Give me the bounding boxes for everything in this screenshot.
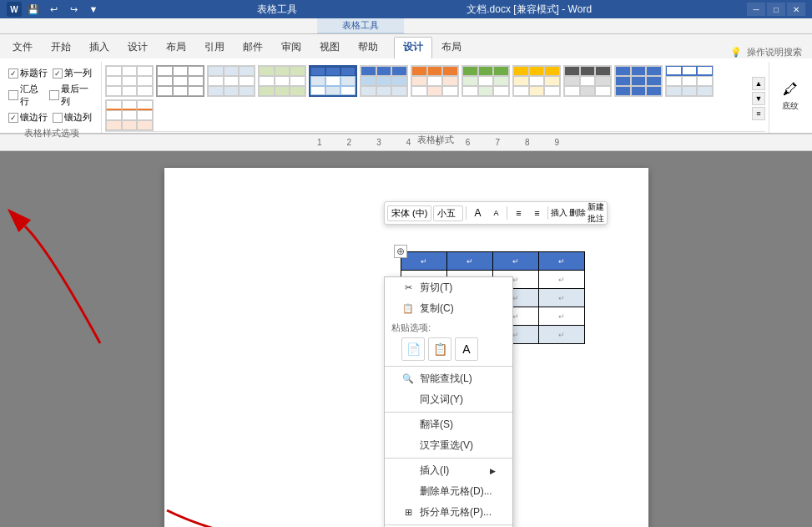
mini-font-selector[interactable]: 宋体 (中) [387,205,431,221]
title-bar: W 💾 ↩ ↪ ▼ 表格工具 文档.docx [兼容模式] - Word ─ □… [0,0,812,18]
maximize-btn[interactable]: □ [767,3,785,16]
table-style-12[interactable] [105,99,154,131]
table-style-8[interactable] [512,65,561,97]
close-btn[interactable]: ✕ [787,3,805,16]
checkbox-banded-cols[interactable]: 镶边列 [53,111,92,124]
table-style-10[interactable] [614,65,663,97]
redo-quick-btn[interactable]: ↪ [65,2,82,17]
tab-design-doc[interactable]: 设计 [119,37,157,58]
paste-keep-source[interactable]: 📄 [401,337,425,361]
mini-font-shrink-btn[interactable]: A [487,205,504,221]
ctx-synonyms[interactable]: 同义词(Y) [385,389,512,410]
tab-references[interactable]: 引用 [195,37,234,58]
mini-indent-btn[interactable]: ≡ [528,205,545,221]
mini-toolbar-sep-1 [466,206,467,220]
checkbox-banded-cols-box[interactable] [53,113,63,123]
mini-comment-btn[interactable]: 新建批注 [588,205,604,221]
ctx-sep-4 [385,524,512,525]
ctx-insert[interactable]: 插入(I) ▶ [385,460,512,481]
tab-insert[interactable]: 插入 [80,37,119,58]
mini-delete-btn[interactable]: 删除 [569,205,586,221]
table-cell[interactable]: ↵ [539,326,585,344]
mini-insert-btn[interactable]: 插入 [551,205,567,221]
tab-home[interactable]: 开始 [42,37,80,58]
checkbox-last-col[interactable]: 最后一列 [49,83,94,108]
table-style-options-panel: 标题行 第一列 汇总行 最后一列 [2,62,102,133]
mini-size-selector[interactable]: 小五 [433,205,463,221]
undo-quick-btn[interactable]: ↩ [45,2,62,17]
tab-file[interactable]: 文件 [3,37,42,58]
search-icon: 🔍 [401,372,415,386]
paste-section-label: 粘贴选项: [385,319,512,334]
ctx-cut[interactable]: ✂ 剪切(T) [385,277,512,298]
checkbox-first-col-box[interactable] [53,68,63,79]
table-style-2[interactable] [207,65,255,97]
quick-access-more[interactable]: ▼ [85,2,102,17]
table-cell[interactable]: ↵ [447,252,493,271]
mini-toolbar: 宋体 (中) 小五 A A ≡ ≡ 插入 删除 新建批注 [384,201,608,225]
context-menu: ✂ 剪切(T) 📋 复制(C) 粘贴选项: 📄 📋 A 🔍 智能查找(L) 同义… [384,276,513,527]
ribbon-content: 标题行 第一列 汇总行 最后一列 [0,58,812,134]
doc-title: 文档.docx [兼容模式] - Word [467,3,592,15]
ctx-split-cell[interactable]: ⊞ 拆分单元格(P)... [385,502,512,523]
table-style-4[interactable] [309,65,357,97]
mini-font-grow-btn[interactable]: A [469,205,486,221]
checkbox-total-row-box[interactable] [8,90,18,100]
save-quick-btn[interactable]: 💾 [25,2,42,17]
table-style-1[interactable] [156,65,204,97]
table-cell[interactable]: ↵ [401,252,447,271]
table-style-9[interactable] [563,65,612,97]
tab-mailings[interactable]: 邮件 [234,37,272,58]
table-cell[interactable]: ↵ [539,307,585,326]
ribbon-tabs: 文件 开始 插入 设计 布局 引用 邮件 审阅 视图 帮助 设计 布局 💡 操作… [0,33,812,58]
search-help-label[interactable]: 操作说明搜索 [747,46,802,58]
minimize-btn[interactable]: ─ [747,3,765,16]
ctx-hanzi[interactable]: 汉字重选(V) [385,435,512,456]
table-style-7[interactable] [461,65,510,97]
checkbox-header-row[interactable]: 标题行 [8,67,48,79]
shading-button[interactable]: 底纹 [780,99,800,114]
table-cell[interactable]: ↵ [493,252,539,271]
table-tools-header: 表格工具 [317,18,404,33]
table-move-handle[interactable]: ⊕ [394,245,407,258]
ctx-smart-lookup[interactable]: 🔍 智能查找(L) [385,368,512,389]
table-cell[interactable]: ↵ [539,252,585,271]
checkbox-banded-rows-box[interactable] [8,113,18,123]
paste-text-only[interactable]: A [455,337,478,361]
ctx-copy[interactable]: 📋 复制(C) [385,298,512,319]
paste-merge[interactable]: 📋 [428,337,451,361]
ctx-delete-cell[interactable]: 删除单元格(D)... [385,481,512,502]
mini-toolbar-sep-2 [507,206,507,220]
shading-icon[interactable]: 🖍 [783,81,798,99]
table-cell[interactable]: ↵ [539,289,585,307]
tab-help[interactable]: 帮助 [349,37,387,58]
app-title: 表格工具 文档.docx [兼容模式] - Word [102,3,747,17]
table-style-3[interactable] [258,65,306,97]
gallery-scroll-down[interactable]: ▼ [752,92,765,105]
window-controls: ─ □ ✕ [747,3,805,16]
table-style-plain[interactable] [105,65,154,97]
tab-review[interactable]: 审阅 [272,37,310,58]
checkbox-first-col[interactable]: 第一列 [53,67,92,79]
ctx-sep-1 [385,366,512,367]
checkbox-header-row-box[interactable] [8,68,18,79]
tab-design-table[interactable]: 设计 [394,37,432,58]
ctx-translate[interactable]: 翻译(S) [385,414,512,435]
table-style-5[interactable] [360,65,408,97]
checkbox-banded-rows[interactable]: 镶边行 [8,111,48,124]
tab-view[interactable]: 视图 [310,37,349,58]
table-tools-title: 表格工具 [257,3,297,15]
gallery-scroll-up[interactable]: ▲ [752,77,765,90]
table-cell[interactable]: ↵ [539,271,585,289]
checkbox-total-row[interactable]: 汇总行 [8,83,44,108]
mini-align-btn[interactable]: ≡ [510,205,527,221]
table-style-options-label: 表格样式选项 [8,127,94,139]
checkbox-last-col-box[interactable] [49,90,59,100]
gallery-expand[interactable]: ≡ [752,107,765,120]
table-style-6[interactable] [411,65,459,97]
table-style-11[interactable] [665,65,714,97]
tab-layout-doc[interactable]: 布局 [157,37,195,58]
lightbulb-icon: 💡 [730,47,742,58]
tab-layout-table[interactable]: 布局 [432,37,471,58]
paste-options: 📄 📋 A [385,334,512,364]
